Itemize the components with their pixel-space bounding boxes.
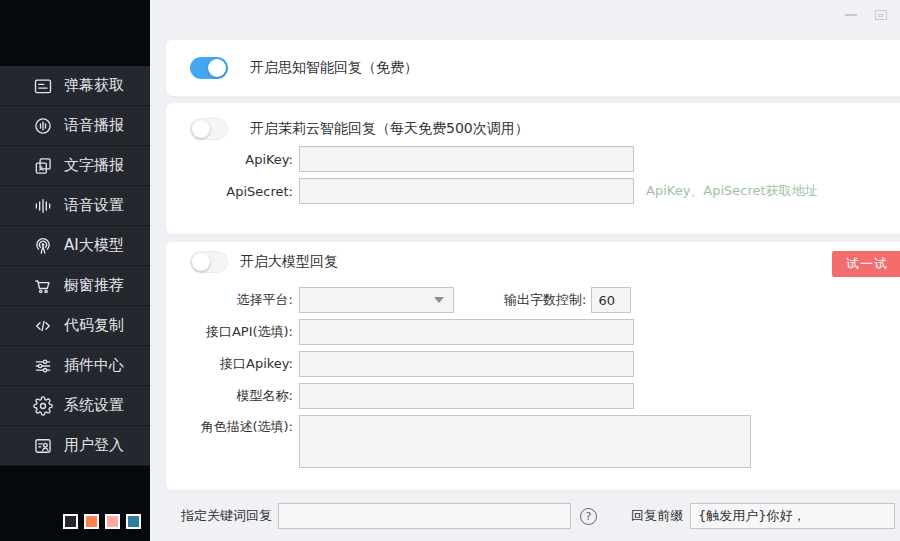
sidebar-item-label: 橱窗推荐	[64, 276, 124, 295]
sidebar-menu: 弹幕获取 语音播报 A 文字播报 语音设置	[0, 66, 150, 466]
moli-toggle-row: 开启茉莉云智能回复（每天免费500次调用）	[166, 118, 900, 140]
moli-cloud-card: 开启茉莉云智能回复（每天免费500次调用） ApiKey: ApiSecret:…	[166, 103, 900, 234]
maximize-icon	[875, 10, 887, 20]
llm-reply-card: 试一试 开启大模型回复 选择平台: 输出字数控制: 接口API(选填):	[166, 242, 900, 490]
sidebar: 弹幕获取 语音播报 A 文字播报 语音设置	[0, 0, 150, 541]
sizhi-reply-toggle[interactable]	[190, 57, 228, 79]
sizhi-reply-label: 开启思知智能回复（免费）	[250, 59, 418, 77]
chevron-down-icon	[434, 297, 444, 303]
sidebar-item-voice-broadcast[interactable]: 语音播报	[0, 106, 150, 146]
api-url-label: 接口API(选填):	[166, 323, 299, 341]
reply-prefix-label: 回复前缀	[631, 507, 683, 525]
sizhi-reply-card: 开启思知智能回复（免费）	[166, 40, 900, 96]
llm-reply-label: 开启大模型回复	[240, 253, 338, 271]
ai-model-icon	[33, 236, 53, 256]
sidebar-item-label: 用户登入	[64, 436, 124, 455]
sidebar-item-voice-settings[interactable]: 语音设置	[0, 186, 150, 226]
svg-text:A: A	[39, 164, 44, 172]
model-name-label: 模型名称:	[166, 387, 299, 405]
minimize-icon	[845, 14, 857, 16]
sidebar-footer	[0, 466, 150, 541]
word-limit-input[interactable]	[591, 287, 631, 313]
sidebar-logo-area	[0, 0, 150, 66]
theme-swatch-pink[interactable]	[105, 514, 120, 529]
llm-apikey-row: 接口Apikey:	[166, 351, 900, 377]
theme-swatches	[63, 514, 141, 529]
api-url-input[interactable]	[299, 319, 634, 345]
model-name-row: 模型名称:	[166, 383, 900, 409]
apisecret-label: ApiSecret:	[166, 184, 299, 199]
text-broadcast-icon: A	[33, 156, 53, 176]
platform-label: 选择平台:	[166, 291, 299, 309]
try-it-button[interactable]: 试一试	[832, 251, 900, 277]
sidebar-item-label: 系统设置	[64, 396, 124, 415]
model-name-input[interactable]	[299, 383, 634, 409]
keyword-help-icon[interactable]: ?	[580, 508, 597, 525]
role-desc-textarea[interactable]	[299, 415, 751, 468]
sidebar-item-system-settings[interactable]: 系统设置	[0, 386, 150, 426]
platform-row: 选择平台: 输出字数控制:	[166, 287, 900, 313]
apisecret-input[interactable]	[299, 178, 634, 204]
llm-apikey-label: 接口Apikey:	[166, 355, 299, 373]
sidebar-item-label: AI大模型	[64, 236, 124, 255]
content-area: 开启思知智能回复（免费） 开启茉莉云智能回复（每天免费500次调用） ApiKe…	[150, 30, 900, 541]
role-desc-label: 角色描述(选填):	[166, 415, 299, 436]
moli-reply-label: 开启茉莉云智能回复（每天免费500次调用）	[250, 120, 529, 138]
sidebar-item-label: 语音设置	[64, 196, 124, 215]
word-limit-label: 输出字数控制:	[504, 291, 586, 309]
apisecret-row: ApiSecret: ApiKey、ApiSecret获取地址	[166, 178, 900, 204]
sidebar-item-user-login[interactable]: 用户登入	[0, 426, 150, 466]
sidebar-item-label: 插件中心	[64, 356, 124, 375]
maximize-button[interactable]	[873, 8, 888, 22]
apikey-input[interactable]	[299, 146, 634, 172]
keyword-reply-label: 指定关键词回复	[181, 507, 272, 525]
system-settings-icon	[33, 396, 53, 416]
sidebar-item-label: 弹幕获取	[64, 76, 124, 95]
voice-settings-icon	[33, 196, 53, 216]
theme-swatch-orange[interactable]	[84, 514, 99, 529]
sidebar-item-label: 文字播报	[64, 156, 124, 175]
toggle-knob	[192, 253, 210, 271]
apikey-label: ApiKey:	[166, 152, 299, 167]
shop-window-icon	[33, 276, 53, 296]
voice-broadcast-icon	[33, 116, 53, 136]
sidebar-item-code-copy[interactable]: 代码复制	[0, 306, 150, 346]
minimize-button[interactable]	[843, 8, 858, 22]
moli-reply-toggle[interactable]	[190, 118, 228, 140]
theme-swatch-teal[interactable]	[126, 514, 141, 529]
role-desc-row: 角色描述(选填):	[166, 415, 900, 468]
plugin-center-icon	[33, 356, 53, 376]
llm-toggle-row: 开启大模型回复	[166, 251, 900, 273]
toggle-knob	[208, 59, 226, 77]
sidebar-item-label: 语音播报	[64, 116, 124, 135]
theme-swatch-dark[interactable]	[63, 514, 78, 529]
app-window: 弹幕获取 语音播报 A 文字播报 语音设置	[0, 0, 900, 541]
user-login-icon	[33, 436, 53, 456]
sidebar-item-text-broadcast[interactable]: A 文字播报	[0, 146, 150, 186]
footer-bar: 指定关键词回复 ? 回复前缀 ?	[166, 503, 900, 529]
sidebar-item-plugin-center[interactable]: 插件中心	[0, 346, 150, 386]
main-panel: ✕ 开启思知智能回复（免费） 开启茉莉云智能回复（每天免费500次调用） Api…	[150, 0, 900, 541]
sidebar-item-danmaku[interactable]: 弹幕获取	[0, 66, 150, 106]
llm-reply-toggle[interactable]	[190, 251, 228, 273]
toggle-knob	[192, 120, 210, 138]
platform-select[interactable]	[299, 287, 454, 313]
apikey-row: ApiKey:	[166, 146, 900, 172]
llm-apikey-input[interactable]	[299, 351, 634, 377]
sidebar-item-shop-window[interactable]: 橱窗推荐	[0, 266, 150, 306]
reply-prefix-input[interactable]	[690, 503, 895, 529]
titlebar: ✕	[150, 0, 900, 30]
apikey-get-link[interactable]: ApiKey、ApiSecret获取地址	[646, 182, 818, 200]
api-url-row: 接口API(选填):	[166, 319, 900, 345]
sidebar-item-label: 代码复制	[64, 316, 124, 335]
code-copy-icon	[33, 316, 53, 336]
keyword-reply-input[interactable]	[278, 503, 571, 529]
danmaku-icon	[33, 76, 53, 96]
sidebar-item-ai-model[interactable]: AI大模型	[0, 226, 150, 266]
